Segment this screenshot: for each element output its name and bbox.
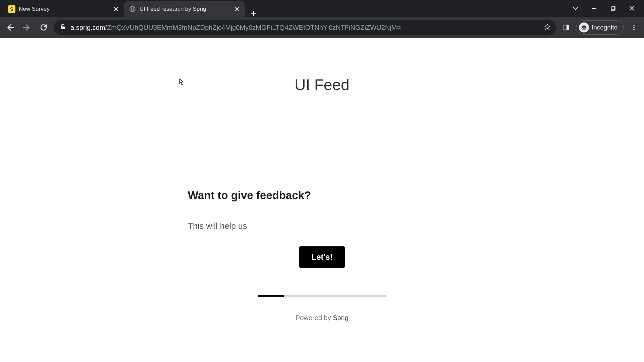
svg-point-10 — [633, 29, 635, 31]
minimize-icon[interactable] — [591, 5, 598, 12]
svg-point-8 — [633, 25, 635, 26]
incognito-icon — [579, 22, 589, 33]
maximize-icon[interactable] — [610, 5, 616, 12]
lock-icon[interactable] — [60, 24, 66, 32]
bookmark-icon[interactable] — [544, 23, 552, 32]
side-panel-icon[interactable] — [559, 21, 573, 34]
kebab-menu-icon[interactable] — [627, 21, 641, 34]
survey-card: Want to give feedback? This will help us… — [188, 189, 456, 268]
url-host: a.sprig.com — [70, 24, 105, 31]
close-icon[interactable] — [233, 6, 240, 12]
svg-point-7 — [584, 27, 586, 29]
page-title: UI Feed — [0, 76, 644, 94]
page-content: UI Feed Want to give feedback? This will… — [0, 38, 644, 362]
window-controls — [572, 0, 644, 17]
survey-footer: Powered by Sprig — [258, 295, 386, 322]
globe-icon — [129, 5, 136, 13]
titlebar: S New Survey UI Feed research by Sprig — [0, 0, 644, 17]
close-icon[interactable] — [629, 5, 635, 12]
incognito-label: Incognito — [592, 24, 618, 31]
powered-brand: Sprig — [333, 314, 348, 321]
sprig-favicon-letter: S — [10, 6, 13, 12]
tab-strip: S New Survey UI Feed research by Sprig — [0, 0, 260, 17]
reload-button[interactable] — [37, 21, 50, 34]
address-bar[interactable]: a.sprig.com/ZmQxVUhQUU9EMmM3fnNpZDphZjc4… — [54, 20, 556, 35]
toolbar: a.sprig.com/ZmQxVUhQUU9EMmM3fnNpZDphZjc4… — [0, 17, 644, 38]
tab-title: New Survey — [19, 6, 109, 12]
new-tab-button[interactable] — [247, 11, 260, 17]
progress-bar — [258, 295, 386, 297]
chevron-down-icon[interactable] — [572, 5, 579, 12]
tab-title: UI Feed research by Sprig — [140, 6, 230, 12]
powered-prefix: Powered by — [296, 314, 333, 321]
powered-by: Powered by Sprig — [258, 314, 386, 322]
svg-rect-3 — [61, 26, 65, 29]
tab-new-survey[interactable]: S New Survey — [3, 1, 124, 17]
forward-button[interactable] — [20, 21, 34, 34]
lets-button[interactable]: Let's! — [299, 246, 344, 268]
progress-fill — [258, 295, 284, 297]
sprig-favicon: S — [8, 5, 15, 13]
svg-point-9 — [633, 27, 635, 28]
cursor-icon — [179, 78, 184, 85]
url-path: /ZmQxVUhQUU9EMmM3fnNpZDphZjc4Mjg0My0zMGF… — [105, 24, 401, 31]
survey-description: This will help us — [188, 221, 456, 231]
svg-point-6 — [582, 27, 584, 29]
survey-question: Want to give feedback? — [188, 189, 456, 202]
tab-ui-feed-research[interactable]: UI Feed research by Sprig — [124, 1, 245, 17]
incognito-chip[interactable]: Incognito — [576, 20, 624, 35]
url-text: a.sprig.com/ZmQxVUhQUU9EMmM3fnNpZDphZjc4… — [70, 24, 539, 32]
svg-rect-5 — [567, 25, 569, 30]
close-icon[interactable] — [113, 6, 119, 12]
back-button[interactable] — [3, 21, 17, 34]
